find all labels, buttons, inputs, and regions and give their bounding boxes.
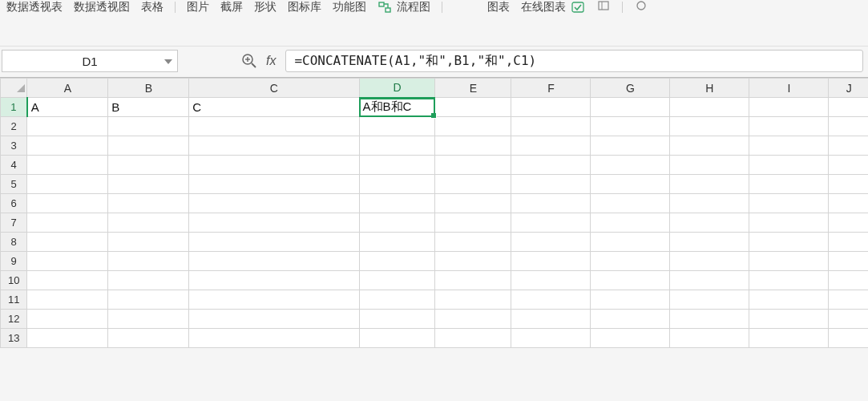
cell[interactable] [829, 194, 868, 213]
name-box[interactable]: D1 [2, 50, 178, 72]
cell[interactable] [829, 310, 868, 329]
cell[interactable] [670, 271, 749, 290]
ribbon-online-chart-group[interactable]: 在线图表 [521, 0, 585, 14]
cell[interactable] [829, 213, 868, 233]
cell[interactable] [359, 175, 435, 194]
cell[interactable] [359, 252, 435, 271]
formula-input[interactable]: =CONCATENATE(A1,"和",B1,"和",C1) [285, 50, 863, 72]
row-header-9[interactable]: 9 [1, 252, 27, 271]
cell-E1[interactable] [435, 98, 511, 117]
cell[interactable] [829, 290, 868, 310]
cell[interactable] [435, 156, 511, 175]
cell[interactable] [829, 117, 868, 136]
cell[interactable] [591, 271, 670, 290]
row-header-3[interactable]: 3 [1, 136, 27, 156]
cell[interactable] [27, 136, 108, 156]
cell[interactable] [108, 175, 189, 194]
cell[interactable] [749, 175, 829, 194]
cell[interactable] [27, 213, 108, 233]
cell[interactable] [108, 310, 189, 329]
ribbon-flowchart-group[interactable]: 流程图 [377, 0, 430, 14]
row-header-5[interactable]: 5 [1, 175, 27, 194]
cell[interactable] [27, 329, 108, 348]
sheet-grid[interactable]: A B C D E F G H I J 1 A B C [0, 78, 868, 348]
cell[interactable] [511, 271, 591, 290]
cell[interactable] [511, 117, 591, 136]
cell[interactable] [189, 117, 359, 136]
cell[interactable] [511, 252, 591, 271]
row-header-11[interactable]: 11 [1, 290, 27, 310]
cell[interactable] [27, 117, 108, 136]
cell-F1[interactable] [511, 98, 591, 117]
cell[interactable] [435, 213, 511, 233]
cell[interactable] [27, 310, 108, 329]
cell[interactable] [511, 175, 591, 194]
cell[interactable] [108, 233, 189, 252]
cell[interactable] [591, 156, 670, 175]
cell[interactable] [435, 271, 511, 290]
cell[interactable] [359, 271, 435, 290]
col-header-D[interactable]: D [359, 79, 435, 98]
cell[interactable] [435, 233, 511, 252]
cell-B1[interactable]: B [108, 98, 189, 117]
col-header-A[interactable]: A [27, 79, 108, 98]
cell[interactable] [749, 329, 829, 348]
cell[interactable] [591, 310, 670, 329]
cell[interactable] [591, 252, 670, 271]
cell[interactable] [670, 329, 749, 348]
cell[interactable] [435, 194, 511, 213]
cell[interactable] [189, 136, 359, 156]
cell[interactable] [511, 233, 591, 252]
cell[interactable] [749, 117, 829, 136]
cell[interactable] [591, 290, 670, 310]
cell[interactable] [511, 329, 591, 348]
cell[interactable] [749, 136, 829, 156]
cell[interactable] [829, 156, 868, 175]
fx-icon[interactable]: fx [266, 54, 279, 68]
cell[interactable] [591, 213, 670, 233]
col-header-I[interactable]: I [749, 79, 829, 98]
cell[interactable] [511, 136, 591, 156]
cell[interactable] [511, 290, 591, 310]
cell[interactable] [359, 194, 435, 213]
cell[interactable] [189, 175, 359, 194]
ribbon-table[interactable]: 表格 [141, 0, 164, 14]
col-header-B[interactable]: B [108, 79, 189, 98]
cell[interactable] [189, 329, 359, 348]
cell[interactable] [829, 136, 868, 156]
cell[interactable] [27, 252, 108, 271]
cell[interactable] [189, 310, 359, 329]
cell[interactable] [108, 136, 189, 156]
cell[interactable] [749, 156, 829, 175]
row-header-8[interactable]: 8 [1, 233, 27, 252]
cell[interactable] [591, 175, 670, 194]
cell[interactable] [108, 156, 189, 175]
col-header-H[interactable]: H [670, 79, 749, 98]
col-header-G[interactable]: G [591, 79, 670, 98]
ribbon-picture[interactable]: 图片 [187, 0, 209, 14]
cell[interactable] [670, 213, 749, 233]
cell-G1[interactable] [591, 98, 670, 117]
ribbon-pivot-table[interactable]: 数据透视表 [6, 0, 63, 14]
cell[interactable] [749, 310, 829, 329]
cell[interactable] [189, 252, 359, 271]
toolbar-icon-1[interactable] [596, 0, 611, 11]
cell[interactable] [27, 290, 108, 310]
cell[interactable] [591, 136, 670, 156]
cell[interactable] [511, 194, 591, 213]
cell[interactable] [359, 117, 435, 136]
cell[interactable] [189, 233, 359, 252]
cell[interactable] [749, 271, 829, 290]
cell[interactable] [670, 156, 749, 175]
cell[interactable] [749, 213, 829, 233]
col-header-J[interactable]: J [829, 79, 868, 98]
cell[interactable] [829, 233, 868, 252]
cell[interactable] [670, 310, 749, 329]
cell[interactable] [591, 117, 670, 136]
col-header-C[interactable]: C [189, 79, 359, 98]
cell[interactable] [511, 213, 591, 233]
cell-A1[interactable]: A [27, 98, 108, 117]
toolbar-icon-2[interactable] [634, 0, 648, 11]
cell[interactable] [749, 233, 829, 252]
row-header-4[interactable]: 4 [1, 156, 27, 175]
